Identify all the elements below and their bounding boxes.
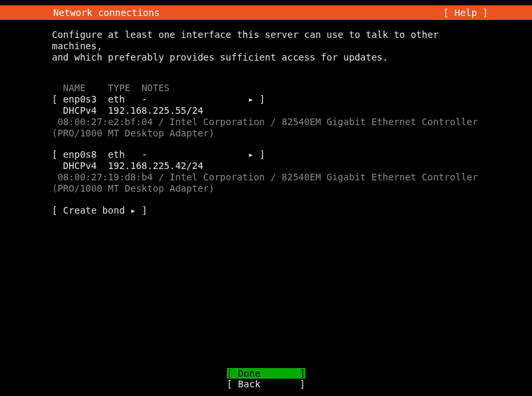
instruction-text: Configure at least one interface this se… (52, 29, 480, 63)
interface-row-1[interactable]: [ enp0s8 eth - ▸ ] (52, 149, 480, 160)
create-bond-button[interactable]: [ Create bond ▸ ] (52, 205, 480, 216)
iface-notes: - (142, 149, 147, 160)
create-bond-label: Create bond (63, 205, 125, 216)
back-button[interactable]: [ Back ] (227, 379, 305, 389)
col-notes: NOTES (142, 83, 170, 93)
done-label: Done (238, 368, 261, 379)
header-bar: Network connections [ Help ] (0, 5, 532, 20)
iface-type: eth (108, 94, 124, 104)
interface-details-1: 08:00:27:19:d8:b4 / Intel Corporation / … (52, 172, 480, 194)
interface-row-0[interactable]: [ enp0s3 eth - ▸ ] (52, 94, 480, 105)
iface-name: enp0s3 (63, 94, 97, 104)
dhcp-label: DHCPv4 (63, 160, 97, 171)
iface-type: eth (108, 149, 124, 160)
content-area: Configure at least one interface this se… (0, 20, 532, 216)
chevron-right-icon: ▸ (130, 205, 136, 216)
col-type: TYPE (108, 83, 130, 93)
interface-dhcp-0: DHCPv4 192.168.225.55/24 (52, 105, 480, 116)
interface-block-0: [ enp0s3 eth - ▸ ] DHCPv4 192.168.225.55… (52, 94, 480, 138)
dhcp-ip: 192.168.225.55/24 (108, 105, 203, 116)
iface-name: enp0s8 (63, 149, 97, 160)
footer-buttons: [ Done ] [ Back ] (0, 368, 532, 389)
table-header-row: NAME TYPE NOTES (52, 83, 480, 94)
dhcp-ip: 192.168.225.42/24 (108, 160, 203, 171)
chevron-right-icon: ▸ (248, 94, 253, 105)
page-title: Network connections (5, 7, 160, 18)
chevron-right-icon: ▸ (248, 149, 253, 160)
help-button[interactable]: [ Help ] (444, 7, 527, 18)
interfaces-table: NAME TYPE NOTES [ enp0s3 eth - ▸ ] DHCPv… (52, 83, 480, 216)
done-button[interactable]: [ Done ] (227, 368, 305, 379)
interface-dhcp-1: DHCPv4 192.168.225.42/24 (52, 160, 480, 172)
back-label: Back (238, 379, 261, 389)
iface-notes: - (142, 94, 147, 104)
dhcp-label: DHCPv4 (63, 105, 97, 116)
col-name: NAME (63, 83, 86, 93)
interface-block-1: [ enp0s8 eth - ▸ ] DHCPv4 192.168.225.42… (52, 149, 480, 194)
interface-details-0: 08:00:27:e2:bf:04 / Intel Corporation / … (52, 116, 480, 139)
